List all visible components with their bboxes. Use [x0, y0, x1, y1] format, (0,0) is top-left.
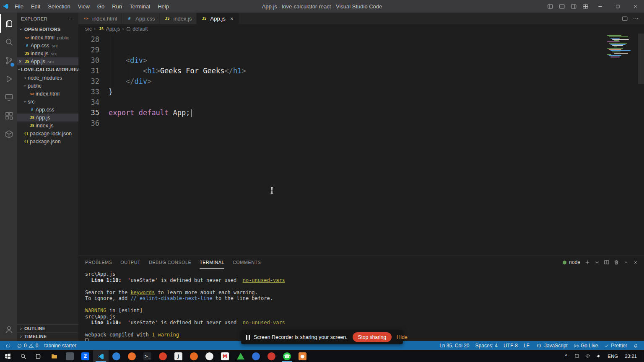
- breadcrumb-App.js[interactable]: JSApp.js: [98, 26, 120, 32]
- tray-chevron-up-icon[interactable]: ^: [561, 350, 571, 362]
- close-panel-icon[interactable]: [631, 258, 640, 267]
- editor-more-actions-icon[interactable]: [631, 12, 641, 25]
- taskbar-firefox[interactable]: [186, 350, 202, 362]
- open-editor-App.css[interactable]: #App.csssrc: [17, 41, 78, 49]
- activity-source-control-icon[interactable]: [0, 51, 17, 70]
- notifications-bell-icon[interactable]: [630, 341, 641, 350]
- breadcrumb-default[interactable]: default: [126, 26, 148, 32]
- show-desktop-strip[interactable]: [642, 350, 644, 362]
- maximize-button[interactable]: [609, 0, 626, 13]
- activity-explorer-icon[interactable]: [0, 14, 17, 33]
- panel-tab-output[interactable]: OUTPUT: [120, 256, 140, 269]
- taskbar-app-2[interactable]: [109, 350, 124, 362]
- maximize-panel-icon[interactable]: [622, 258, 630, 267]
- taskbar-file-explorer[interactable]: [47, 350, 62, 362]
- taskbar-brave[interactable]: [155, 350, 171, 362]
- open-editors-header[interactable]: ›OPEN EDITORS: [17, 25, 78, 34]
- remote-indicator[interactable]: [3, 341, 14, 350]
- taskbar-task-view[interactable]: [31, 350, 47, 362]
- taskbar-whatsapp[interactable]: ☎: [279, 350, 295, 362]
- project-root-header[interactable]: ›LOVE-CALCULATOR-REACT: [17, 65, 78, 74]
- tab-App.css[interactable]: #App.css: [122, 13, 159, 24]
- code-line-35[interactable]: 35export default App;: [78, 108, 644, 118]
- panel-tab-debug-console[interactable]: DEBUG CONSOLE: [149, 256, 191, 269]
- code-line-34[interactable]: 34: [78, 97, 644, 108]
- tabnine-status[interactable]: tabnine starter: [41, 341, 79, 350]
- close-window-button[interactable]: [626, 0, 644, 13]
- code-line-31[interactable]: 31 <h1>Geeks For Geeks</h1>: [78, 66, 644, 76]
- menu-run[interactable]: Run: [108, 0, 126, 13]
- tree-item-public[interactable]: ›public: [17, 82, 78, 90]
- tree-item-node_modules[interactable]: ›node_modules: [17, 74, 78, 82]
- activity-extensions-icon[interactable]: [0, 106, 17, 125]
- taskbar-terminal-app[interactable]: >_: [140, 350, 155, 362]
- tree-item-App.js[interactable]: JSApp.js: [17, 114, 78, 122]
- menu-help[interactable]: Help: [154, 0, 173, 13]
- split-terminal-icon[interactable]: [602, 258, 611, 267]
- menu-view[interactable]: View: [74, 0, 93, 13]
- hide-button[interactable]: Hide: [397, 334, 408, 340]
- problems-status[interactable]: 00: [14, 341, 41, 350]
- tray-volume-icon[interactable]: [593, 350, 604, 362]
- open-editor-index.js[interactable]: JSindex.jssrc: [17, 49, 78, 57]
- tree-item-index.js[interactable]: JSindex.js: [17, 122, 78, 129]
- minimize-button[interactable]: [591, 0, 609, 13]
- eol[interactable]: LF: [521, 341, 532, 350]
- tree-item-index.html[interactable]: <>index.html: [17, 90, 78, 98]
- customize-layout-icon[interactable]: [579, 0, 591, 13]
- menu-terminal[interactable]: Terminal: [126, 0, 154, 13]
- code-line-30[interactable]: 30 <div>: [78, 55, 644, 66]
- taskbar-app-5[interactable]: [202, 350, 217, 362]
- tab-index.js[interactable]: JSindex.js: [160, 13, 197, 24]
- taskbar-zalo[interactable]: Z: [78, 350, 93, 362]
- section-timeline[interactable]: ›TIMELINE: [17, 332, 78, 340]
- taskbar-screen-recorder[interactable]: ●: [295, 350, 310, 362]
- taskbar-search[interactable]: [16, 350, 31, 362]
- taskbar-app-7[interactable]: [264, 350, 279, 362]
- indentation[interactable]: Spaces: 4: [473, 341, 501, 350]
- menu-edit[interactable]: Edit: [27, 0, 44, 13]
- code-line-36[interactable]: 36: [78, 118, 644, 129]
- section-outline[interactable]: ›OUTLINE: [17, 324, 78, 332]
- menu-file[interactable]: File: [11, 0, 27, 13]
- taskbar-app-1[interactable]: [62, 350, 78, 362]
- encoding[interactable]: UTF-8: [501, 341, 521, 350]
- editor-scrollbar[interactable]: [638, 34, 644, 84]
- code-line-33[interactable]: 33}: [78, 87, 644, 97]
- cursor-position[interactable]: Ln 35, Col 20: [436, 341, 472, 350]
- taskbar-vscode[interactable]: [93, 350, 109, 362]
- activity-accounts-icon[interactable]: [0, 320, 17, 339]
- tray-clock[interactable]: 23:21: [621, 354, 640, 359]
- activity-references-icon[interactable]: [0, 125, 17, 143]
- terminal-link[interactable]: keywords: [130, 290, 155, 295]
- code-line-29[interactable]: 29: [78, 45, 644, 55]
- taskbar-app-4[interactable]: J: [171, 350, 186, 362]
- breadcrumb-src[interactable]: src: [85, 26, 92, 32]
- tray-wifi-icon[interactable]: [582, 350, 593, 362]
- close-editor-icon[interactable]: ×: [17, 59, 23, 65]
- tray-pc-icon[interactable]: [571, 350, 582, 362]
- kill-terminal-icon[interactable]: [612, 258, 621, 267]
- terminal-link[interactable]: no-unused-vars: [243, 277, 285, 283]
- panel-tab-comments[interactable]: COMMENTS: [233, 256, 261, 269]
- terminal-link[interactable]: no-unused-vars: [243, 320, 285, 326]
- code-editor[interactable]: 282930 <div>31 <h1>Geeks For Geeks</h1>3…: [78, 34, 644, 256]
- explorer-actions-icon[interactable]: ···: [68, 16, 74, 21]
- tree-item-src[interactable]: ›src: [17, 98, 78, 106]
- code-line-28[interactable]: 28: [78, 34, 644, 45]
- taskbar-edge[interactable]: [248, 350, 264, 362]
- toggle-secondary-sidebar-icon[interactable]: [568, 0, 579, 13]
- panel-tab-terminal[interactable]: TERMINAL: [200, 256, 224, 269]
- tab-App.js[interactable]: JSApp.js×: [197, 13, 239, 24]
- tray-language[interactable]: ENG: [604, 354, 621, 359]
- activity-run-and-debug-icon[interactable]: [0, 70, 17, 88]
- terminal-dropdown-icon[interactable]: [593, 258, 601, 267]
- new-terminal-icon[interactable]: [583, 258, 592, 267]
- go-live[interactable]: Go Live: [571, 341, 601, 350]
- close-tab-icon[interactable]: ×: [229, 16, 234, 22]
- language-mode[interactable]: {}JavaScript: [532, 341, 571, 350]
- activity-remote-explorer-icon[interactable]: [0, 88, 17, 106]
- menu-go[interactable]: Go: [93, 0, 108, 13]
- tree-item-package-lock.json[interactable]: {}package-lock.json: [17, 129, 78, 137]
- code-line-32[interactable]: 32 </div>: [78, 76, 644, 87]
